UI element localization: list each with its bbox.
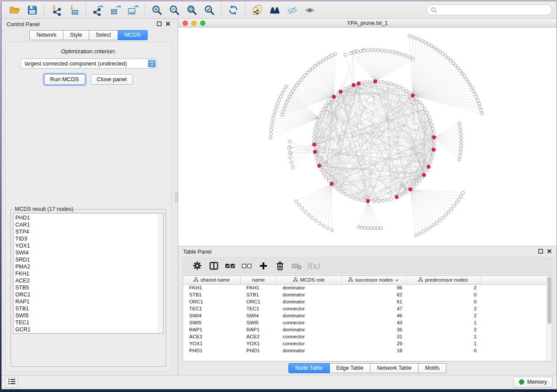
splitter-grip[interactable] (175, 193, 178, 202)
mcds-result-item[interactable]: CAR1 (15, 221, 163, 228)
refresh-button[interactable] (225, 3, 242, 17)
table-cell[interactable]: 1 (406, 319, 480, 326)
table-cell[interactable]: YOX1 (240, 340, 277, 347)
table-cell[interactable]: connector (277, 333, 341, 340)
table-cell[interactable]: dominator (277, 347, 341, 354)
table-cell[interactable]: SWI5 (240, 319, 277, 326)
table-cell[interactable]: 2 (406, 305, 480, 312)
table-cell[interactable]: dominator (277, 326, 341, 333)
table-cell[interactable]: 46 (341, 312, 406, 319)
table-row[interactable]: SWI4SWI4dominator462 (183, 312, 547, 319)
mcds-result-item[interactable]: STP4 (15, 228, 163, 235)
mcds-result-item[interactable]: TID3 (15, 235, 163, 242)
mcds-result-item[interactable]: RAP1 (15, 298, 163, 305)
table-cell[interactable]: 61 (341, 298, 406, 305)
table-cell[interactable]: 0 (406, 298, 480, 305)
table-cell[interactable]: STB1 (183, 291, 240, 298)
task-history-button[interactable] (6, 377, 18, 388)
float-panel-icon[interactable] (157, 21, 162, 28)
table-cell[interactable]: RAP1 (183, 326, 240, 333)
table-cell[interactable]: FKH1 (240, 284, 277, 291)
table-cell[interactable]: 0 (406, 347, 480, 354)
close-window-icon[interactable] (183, 21, 188, 26)
table-cell[interactable]: 29 (341, 340, 406, 347)
table-cell[interactable]: ORC1 (183, 298, 240, 305)
network-titlebar[interactable]: YPA_prune.txt_1 (178, 19, 557, 28)
mcds-result-item[interactable]: ACE2 (15, 277, 163, 284)
table-cell[interactable]: ACE2 (183, 333, 240, 340)
first-neighbors-button[interactable] (266, 3, 284, 17)
network-canvas[interactable] (178, 28, 557, 246)
tab-select[interactable]: Select (89, 30, 118, 40)
search-box[interactable] (426, 4, 552, 15)
column-header-name[interactable]: name (240, 276, 277, 284)
table-cell[interactable]: 62 (341, 291, 406, 298)
table-cell[interactable]: ACE2 (240, 333, 277, 340)
network-graph[interactable] (178, 28, 557, 246)
table-row[interactable]: STB1STB1dominator620 (183, 291, 547, 298)
column-header-MCDS-role[interactable]: MCDS role (277, 276, 341, 284)
table-cell[interactable]: STB1 (240, 291, 277, 298)
mcds-result-item[interactable]: PMA2 (15, 263, 163, 270)
split-view-button[interactable] (205, 259, 222, 272)
table-row[interactable]: YOX1YOX1connector291 (183, 340, 547, 347)
table-cell[interactable]: 0 (406, 291, 480, 298)
table-cell[interactable]: 1 (406, 340, 480, 347)
table-cell[interactable]: dominator (277, 291, 341, 298)
mcds-result-item[interactable]: SRD1 (15, 256, 163, 263)
table-cell[interactable]: 1 (406, 333, 480, 340)
clone-network-button[interactable] (249, 3, 266, 17)
table-cell[interactable]: dominator (277, 298, 341, 305)
export-table-button[interactable] (107, 3, 124, 17)
mcds-result-item[interactable]: STB1 (15, 305, 163, 312)
tab-network[interactable]: Network (29, 30, 63, 40)
table-cell[interactable]: 2 (406, 284, 480, 291)
panel-splitter[interactable] (175, 19, 178, 375)
table-row[interactable]: ACE2ACE2connector311 (183, 333, 547, 340)
import-network-button[interactable] (48, 3, 65, 17)
table-cell[interactable]: 43 (341, 319, 406, 326)
table-scrollbar[interactable] (547, 276, 552, 361)
table-cell[interactable]: PHD1 (183, 347, 240, 354)
tab-motifs[interactable]: Motifs (419, 363, 446, 373)
zoom-window-icon[interactable] (200, 21, 205, 26)
table-row[interactable]: SWI5SWI5connector431 (183, 319, 547, 326)
run-mcds-button[interactable]: Run MCDS (44, 74, 85, 85)
column-header-shared-name[interactable]: shared name (183, 276, 240, 284)
table-cell[interactable]: SWI4 (240, 312, 277, 319)
zoom-selected-button[interactable] (201, 3, 218, 17)
mcds-result-item[interactable]: YOX1 (15, 242, 163, 249)
mcds-result-item[interactable]: SWI4 (15, 249, 163, 256)
table-cell[interactable]: TEC1 (240, 305, 277, 312)
table-cell[interactable]: connector (277, 340, 341, 347)
close-panel-icon[interactable] (166, 21, 170, 28)
mcds-result-item[interactable]: ORC1 (15, 291, 163, 298)
search-input[interactable] (439, 7, 548, 13)
mcds-result-list[interactable]: PHD1CAR1STP4TID3YOX1SWI4SRD1PMA2FKH1ACE2… (13, 213, 163, 334)
mcds-result-item[interactable]: TEC1 (15, 319, 163, 326)
settings-button[interactable] (189, 259, 205, 272)
save-session-button[interactable] (24, 3, 41, 17)
table-cell[interactable]: FKH1 (183, 284, 240, 291)
table-row[interactable]: FKH1FKH1dominator962 (183, 284, 547, 291)
table-cell[interactable]: RAP1 (240, 326, 277, 333)
close-panel-button[interactable]: Close panel (91, 74, 133, 85)
table-cell[interactable]: ORC1 (240, 298, 277, 305)
table-cell[interactable]: YOX1 (183, 340, 240, 347)
show-all-button[interactable] (301, 3, 318, 17)
column-header-predecessor-nodes[interactable]: predecessor nodes (406, 276, 480, 284)
select-all-button[interactable] (222, 259, 239, 272)
export-image-button[interactable] (124, 3, 142, 17)
deselect-all-button[interactable] (239, 259, 255, 272)
result-list-scrollbar[interactable] (158, 214, 163, 333)
float-table-panel-icon[interactable] (538, 249, 543, 255)
optimization-criterion-select[interactable]: largest connected component (undirected) (21, 58, 157, 69)
tab-style[interactable]: Style (63, 30, 89, 40)
close-table-panel-icon[interactable] (547, 249, 552, 255)
table-cell[interactable]: 2 (406, 312, 480, 319)
zoom-fit-button[interactable] (183, 3, 201, 17)
table-cell[interactable]: SWI4 (183, 312, 240, 319)
tab-edge-table[interactable]: Edge Table (330, 363, 370, 373)
table-cell[interactable]: 96 (341, 284, 406, 291)
table-cell[interactable]: SWI5 (183, 319, 240, 326)
